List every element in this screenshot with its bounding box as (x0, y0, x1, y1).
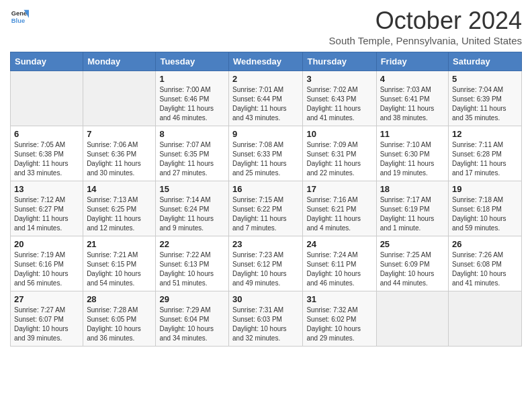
day-info: Sunrise: 7:18 AMSunset: 6:18 PMDaylight:… (452, 195, 518, 233)
calendar-day-cell: 23Sunrise: 7:23 AMSunset: 6:12 PMDayligh… (229, 236, 303, 291)
day-info: Sunrise: 7:19 AMSunset: 6:16 PMDaylight:… (14, 250, 79, 288)
calendar-week-row: 13Sunrise: 7:12 AMSunset: 6:27 PMDayligh… (11, 181, 522, 236)
day-info: Sunrise: 7:13 AMSunset: 6:25 PMDaylight:… (87, 195, 152, 233)
day-of-week-header: Monday (83, 52, 156, 71)
calendar-week-row: 20Sunrise: 7:19 AMSunset: 6:16 PMDayligh… (11, 236, 522, 291)
calendar-day-cell: 16Sunrise: 7:15 AMSunset: 6:22 PMDayligh… (229, 181, 303, 236)
calendar-day-cell: 4Sunrise: 7:03 AMSunset: 6:41 PMDaylight… (376, 71, 448, 126)
calendar-day-cell: 1Sunrise: 7:00 AMSunset: 6:46 PMDaylight… (156, 71, 229, 126)
day-number: 11 (380, 129, 445, 139)
calendar-day-cell (83, 71, 156, 126)
day-number: 26 (452, 239, 518, 249)
calendar-day-cell: 18Sunrise: 7:17 AMSunset: 6:19 PMDayligh… (376, 181, 448, 236)
day-info: Sunrise: 7:32 AMSunset: 6:02 PMDaylight:… (306, 306, 372, 343)
calendar-header-row: SundayMondayTuesdayWednesdayThursdayFrid… (11, 52, 522, 71)
day-info: Sunrise: 7:15 AMSunset: 6:22 PMDaylight:… (232, 195, 299, 233)
calendar-day-cell (11, 71, 83, 126)
day-number: 24 (306, 239, 372, 249)
day-number: 29 (159, 294, 225, 304)
day-number: 16 (232, 184, 299, 194)
calendar-day-cell: 10Sunrise: 7:09 AMSunset: 6:31 PMDayligh… (303, 126, 376, 181)
day-info: Sunrise: 7:23 AMSunset: 6:12 PMDaylight:… (232, 250, 299, 288)
calendar-week-row: 6Sunrise: 7:05 AMSunset: 6:38 PMDaylight… (11, 126, 522, 181)
calendar-day-cell: 31Sunrise: 7:32 AMSunset: 6:02 PMDayligh… (303, 291, 376, 347)
day-of-week-header: Wednesday (229, 52, 303, 71)
calendar-day-cell: 2Sunrise: 7:01 AMSunset: 6:44 PMDaylight… (229, 71, 303, 126)
calendar-day-cell: 8Sunrise: 7:07 AMSunset: 6:35 PMDaylight… (156, 126, 229, 181)
calendar-day-cell (376, 291, 448, 347)
day-number: 14 (87, 184, 152, 194)
calendar-day-cell: 5Sunrise: 7:04 AMSunset: 6:39 PMDaylight… (449, 71, 522, 126)
day-number: 5 (452, 74, 518, 84)
day-info: Sunrise: 7:08 AMSunset: 6:33 PMDaylight:… (232, 140, 299, 178)
day-info: Sunrise: 7:17 AMSunset: 6:19 PMDaylight:… (380, 195, 445, 233)
calendar-day-cell: 20Sunrise: 7:19 AMSunset: 6:16 PMDayligh… (11, 236, 83, 291)
day-of-week-header: Tuesday (156, 52, 229, 71)
calendar-week-row: 1Sunrise: 7:00 AMSunset: 6:46 PMDaylight… (11, 71, 522, 126)
logo-icon: General Blue (10, 7, 29, 26)
calendar-day-cell (449, 291, 522, 347)
day-info: Sunrise: 7:05 AMSunset: 6:38 PMDaylight:… (14, 140, 79, 178)
calendar-day-cell: 28Sunrise: 7:28 AMSunset: 6:05 PMDayligh… (83, 291, 156, 347)
day-info: Sunrise: 7:03 AMSunset: 6:41 PMDaylight:… (380, 85, 445, 123)
calendar-body: 1Sunrise: 7:00 AMSunset: 6:46 PMDaylight… (11, 71, 522, 347)
day-info: Sunrise: 7:25 AMSunset: 6:09 PMDaylight:… (380, 250, 445, 288)
day-number: 6 (14, 129, 79, 139)
day-info: Sunrise: 7:24 AMSunset: 6:11 PMDaylight:… (306, 250, 372, 288)
calendar-day-cell: 9Sunrise: 7:08 AMSunset: 6:33 PMDaylight… (229, 126, 303, 181)
calendar-day-cell: 13Sunrise: 7:12 AMSunset: 6:27 PMDayligh… (11, 181, 83, 236)
day-number: 1 (159, 74, 225, 84)
day-number: 30 (232, 294, 299, 304)
calendar-table: SundayMondayTuesdayWednesdayThursdayFrid… (10, 52, 522, 347)
day-info: Sunrise: 7:27 AMSunset: 6:07 PMDaylight:… (14, 306, 79, 343)
day-number: 17 (306, 184, 372, 194)
svg-text:Blue: Blue (11, 17, 25, 24)
day-number: 22 (159, 239, 225, 249)
calendar-day-cell: 6Sunrise: 7:05 AMSunset: 6:38 PMDaylight… (11, 126, 83, 181)
calendar-day-cell: 7Sunrise: 7:06 AMSunset: 6:36 PMDaylight… (83, 126, 156, 181)
day-info: Sunrise: 7:01 AMSunset: 6:44 PMDaylight:… (232, 85, 299, 123)
calendar-day-cell: 14Sunrise: 7:13 AMSunset: 6:25 PMDayligh… (83, 181, 156, 236)
day-number: 4 (380, 74, 445, 84)
day-of-week-header: Sunday (11, 52, 83, 71)
day-number: 19 (452, 184, 518, 194)
day-of-week-header: Friday (376, 52, 448, 71)
day-info: Sunrise: 7:26 AMSunset: 6:08 PMDaylight:… (452, 250, 518, 288)
day-info: Sunrise: 7:14 AMSunset: 6:24 PMDaylight:… (159, 195, 225, 233)
day-number: 25 (380, 239, 445, 249)
day-number: 21 (87, 239, 152, 249)
day-number: 8 (159, 129, 225, 139)
day-info: Sunrise: 7:29 AMSunset: 6:04 PMDaylight:… (159, 306, 225, 343)
day-info: Sunrise: 7:02 AMSunset: 6:43 PMDaylight:… (306, 85, 372, 123)
calendar-day-cell: 21Sunrise: 7:21 AMSunset: 6:15 PMDayligh… (83, 236, 156, 291)
day-number: 28 (87, 294, 152, 304)
calendar-day-cell: 12Sunrise: 7:11 AMSunset: 6:28 PMDayligh… (449, 126, 522, 181)
day-info: Sunrise: 7:09 AMSunset: 6:31 PMDaylight:… (306, 140, 372, 178)
location-subtitle: South Temple, Pennsylvania, United State… (329, 35, 522, 46)
day-info: Sunrise: 7:21 AMSunset: 6:15 PMDaylight:… (87, 250, 152, 288)
calendar-week-row: 27Sunrise: 7:27 AMSunset: 6:07 PMDayligh… (11, 291, 522, 347)
day-number: 7 (87, 129, 152, 139)
day-info: Sunrise: 7:12 AMSunset: 6:27 PMDaylight:… (14, 195, 79, 233)
day-number: 2 (232, 74, 299, 84)
page-header: General Blue October 2024 South Temple, … (10, 7, 522, 46)
calendar-day-cell: 17Sunrise: 7:16 AMSunset: 6:21 PMDayligh… (303, 181, 376, 236)
calendar-day-cell: 24Sunrise: 7:24 AMSunset: 6:11 PMDayligh… (303, 236, 376, 291)
day-info: Sunrise: 7:04 AMSunset: 6:39 PMDaylight:… (452, 85, 518, 123)
day-info: Sunrise: 7:10 AMSunset: 6:30 PMDaylight:… (380, 140, 445, 178)
month-title: October 2024 (329, 7, 522, 35)
day-number: 27 (14, 294, 79, 304)
title-area: October 2024 South Temple, Pennsylvania,… (329, 7, 522, 46)
day-number: 12 (452, 129, 518, 139)
day-info: Sunrise: 7:11 AMSunset: 6:28 PMDaylight:… (452, 140, 518, 178)
calendar-day-cell: 15Sunrise: 7:14 AMSunset: 6:24 PMDayligh… (156, 181, 229, 236)
calendar-day-cell: 22Sunrise: 7:22 AMSunset: 6:13 PMDayligh… (156, 236, 229, 291)
logo: General Blue (10, 7, 29, 26)
calendar-day-cell: 19Sunrise: 7:18 AMSunset: 6:18 PMDayligh… (449, 181, 522, 236)
day-info: Sunrise: 7:16 AMSunset: 6:21 PMDaylight:… (306, 195, 372, 233)
calendar-day-cell: 29Sunrise: 7:29 AMSunset: 6:04 PMDayligh… (156, 291, 229, 347)
calendar-day-cell: 30Sunrise: 7:31 AMSunset: 6:03 PMDayligh… (229, 291, 303, 347)
day-info: Sunrise: 7:06 AMSunset: 6:36 PMDaylight:… (87, 140, 152, 178)
day-number: 10 (306, 129, 372, 139)
day-number: 23 (232, 239, 299, 249)
